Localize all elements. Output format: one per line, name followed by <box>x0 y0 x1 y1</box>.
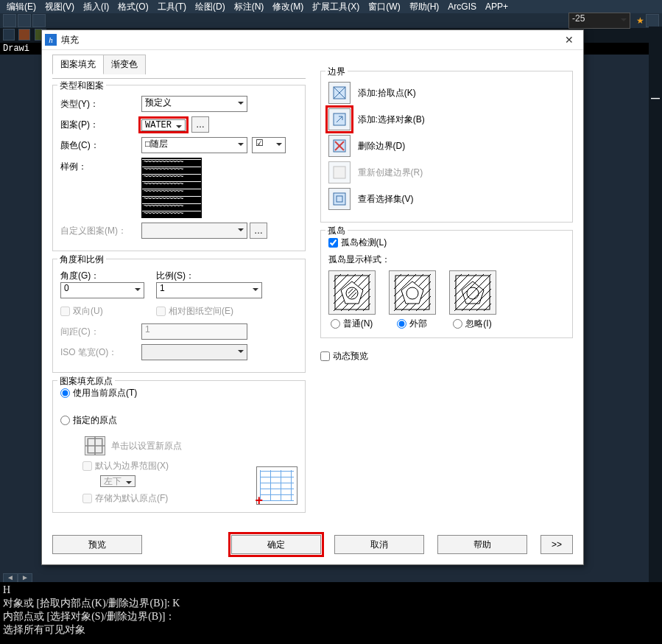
menu-app[interactable]: APP+ <box>483 1 510 12</box>
label-view-selection: 查看选择集(V) <box>358 193 414 206</box>
island-outer-icon <box>394 274 431 311</box>
radio-specify-origin[interactable]: 指定的原点 <box>60 414 117 427</box>
label-recreate-boundary: 重新创建边界(R) <box>358 167 423 179</box>
group-title: 边界 <box>325 66 348 78</box>
view-selection-icon <box>332 192 347 206</box>
group-origin: 图案填充原点 使用当前原点(T) 指定的原点 单击以设置新原点 默认为边界范围(… <box>52 380 306 513</box>
top-right-combo[interactable]: -25 <box>568 13 630 29</box>
custom-pattern-browse-button[interactable]: … <box>250 223 267 239</box>
hatch-dialog: h 填充 ✕ 图案填充 渐变色 类型和图案 类型(Y)： 预定义 图案(P)： … <box>41 29 584 565</box>
select-color[interactable]: □随层 <box>141 137 247 153</box>
toolbar-icon[interactable] <box>3 14 16 27</box>
select-origin-position: 左下 <box>100 475 135 487</box>
cmd-line: 选择所有可见对象 <box>3 623 659 637</box>
toolbar-icon[interactable] <box>646 14 659 27</box>
tab-pattern-fill[interactable]: 图案填充 <box>52 55 104 74</box>
menu-window[interactable]: 窗口(W) <box>366 1 402 13</box>
dialog-titlebar[interactable]: h 填充 ✕ <box>42 30 583 50</box>
menu-extend[interactable]: 扩展工具(X) <box>310 1 362 13</box>
label-iso-pen: ISO 笔宽(O)： <box>60 346 141 359</box>
radio-island-ignore[interactable]: 忽略(I) <box>449 318 496 330</box>
select-object-icon <box>332 112 347 127</box>
menu-view[interactable]: 视图(V) <box>43 1 77 13</box>
app-menubar[interactable]: 编辑(E) 视图(V) 插入(I) 格式(O) 工具(T) 绘图(D) 标注(N… <box>0 0 662 13</box>
menu-dimension[interactable]: 标注(N) <box>232 1 267 13</box>
label-type: 类型(Y)： <box>60 98 141 111</box>
island-style-ignore-card[interactable] <box>449 270 496 315</box>
island-normal-icon <box>334 274 370 311</box>
crosshair-icon <box>85 436 105 455</box>
recreate-boundary-button <box>328 161 351 183</box>
cancel-button[interactable]: 取消 <box>334 535 424 554</box>
group-angle-scale: 角度和比例 角度(G)： 0 比例(S)： 1 双向(U) 相对图纸空间(E) <box>52 259 306 373</box>
select-pattern[interactable]: WATER <box>141 119 186 131</box>
svg-rect-5 <box>334 167 345 178</box>
toolbar-icon[interactable] <box>3 29 15 41</box>
select-color-2[interactable]: ☑ <box>252 137 286 153</box>
checkbox-store-default-origin: 存储为默认原点(F) <box>82 492 249 505</box>
app-icon: h <box>45 34 57 46</box>
menu-insert[interactable]: 插入(I) <box>81 1 111 13</box>
menu-draw[interactable]: 绘图(D) <box>193 1 228 13</box>
checkbox-dynamic-preview[interactable]: 动态预览 <box>320 350 368 363</box>
label-custom-pattern: 自定义图案(M)： <box>60 225 141 237</box>
ellipsis-icon: … <box>196 119 205 130</box>
toolbar-star-icon[interactable]: ★ <box>636 15 644 26</box>
menu-format[interactable]: 格式(O) <box>116 1 150 13</box>
menu-edit[interactable]: 编辑(E) <box>4 1 38 13</box>
command-area[interactable]: H 对象或 [拾取内部点(K)/删除边界(B)]: K 内部点或 [选择对象(S… <box>0 582 662 644</box>
minus-icon[interactable]: — <box>649 93 662 103</box>
drawing-tab[interactable]: Drawi <box>0 43 32 55</box>
select-angle[interactable]: 0 <box>60 282 144 298</box>
label-add-pick-point: 添加:拾取点(K) <box>358 87 416 99</box>
close-icon[interactable]: ✕ <box>558 34 580 46</box>
cmd-line: 对象或 [拾取内部点(K)/删除边界(B)]: K <box>3 597 659 610</box>
island-style-outer-card[interactable] <box>389 270 436 315</box>
menu-help[interactable]: 帮助(H) <box>407 1 442 13</box>
radio-use-current-origin[interactable]: 使用当前原点(T) <box>60 387 297 399</box>
svg-point-34 <box>406 287 418 299</box>
group-islands: 孤岛 孤岛检测(L) 孤岛显示样式： 普通(N) 外部 <box>320 230 574 338</box>
toolbar-icon[interactable] <box>18 14 31 27</box>
group-title: 孤岛 <box>325 225 348 237</box>
label-delete-boundary: 删除边界(D) <box>358 140 406 153</box>
add-select-object-button[interactable] <box>328 108 351 130</box>
tab-gradient[interactable]: 渐变色 <box>103 55 146 74</box>
pattern-sample[interactable] <box>141 158 202 218</box>
view-selection-button[interactable] <box>328 188 351 210</box>
group-boundary: 边界 添加:拾取点(K) 添加:选择对象(B) <box>320 71 574 223</box>
group-type-pattern: 类型和图案 类型(Y)： 预定义 图案(P)： WATER … 颜色(C)： □… <box>52 85 306 251</box>
select-type[interactable]: 预定义 <box>141 96 247 112</box>
dialog-tabs: 图案填充 渐变色 <box>52 55 306 74</box>
toolbar-row-1: -25 ★ <box>0 13 662 28</box>
group-title: 角度和比例 <box>57 253 106 266</box>
toolbar-icon[interactable] <box>32 14 46 27</box>
checkbox-two-way: 双向(U) <box>60 305 156 318</box>
label-angle: 角度(G)： <box>60 270 141 282</box>
radio-island-outer[interactable]: 外部 <box>389 318 436 330</box>
expand-button[interactable]: >> <box>540 535 573 554</box>
help-button[interactable]: 帮助 <box>437 535 527 554</box>
pattern-browse-button[interactable]: … <box>191 116 209 133</box>
select-scale[interactable]: 1 <box>156 282 262 298</box>
menu-tools[interactable]: 工具(T) <box>155 1 189 13</box>
menu-modify[interactable]: 修改(M) <box>270 1 306 13</box>
delete-boundary-button[interactable] <box>328 135 351 157</box>
toolbar-icon[interactable] <box>18 29 30 41</box>
cmd-line: H <box>3 584 659 597</box>
label-click-new-origin: 单击以设置新原点 <box>111 440 182 452</box>
checkbox-island-detect[interactable]: 孤岛检测(L) <box>328 237 566 249</box>
ok-button[interactable]: 确定 <box>231 535 321 554</box>
checkbox-default-extent: 默认为边界范围(X) <box>82 460 249 472</box>
radio-island-normal[interactable]: 普通(N) <box>328 318 376 330</box>
origin-preview-icon <box>256 466 297 505</box>
add-pick-point-button[interactable] <box>328 82 351 104</box>
preview-button[interactable]: 预览 <box>52 535 142 554</box>
select-iso-pen <box>141 344 247 360</box>
menu-arcgis[interactable]: ArcGIS <box>446 1 479 12</box>
island-style-normal-card[interactable] <box>328 270 376 315</box>
cmd-line: 内部点或 [选择对象(S)/删除边界(B)]： <box>3 610 659 623</box>
island-ignore-icon <box>454 274 491 311</box>
recreate-boundary-icon <box>332 165 347 180</box>
ellipsis-icon: … <box>254 225 263 236</box>
